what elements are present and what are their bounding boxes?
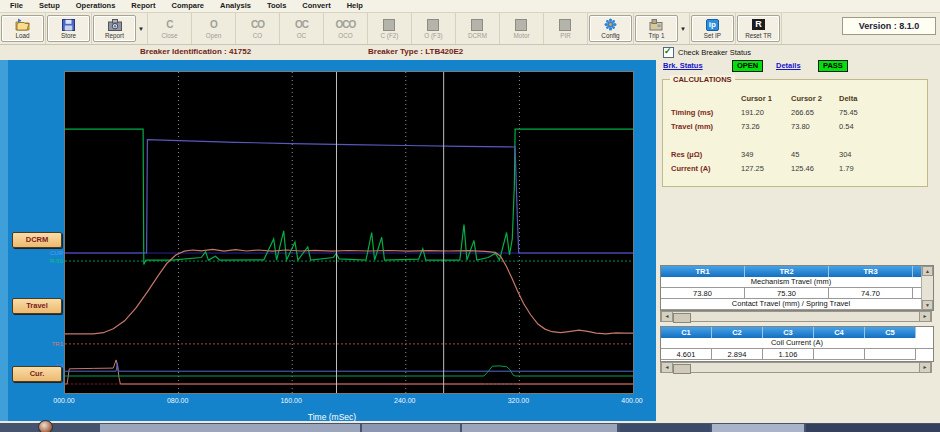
check-breaker-status-row: ✓ Check Breaker Status — [663, 47, 751, 58]
calc-value: 127.25 — [741, 162, 791, 176]
menu-item-report[interactable]: Report — [123, 0, 163, 12]
taskbar-window-button[interactable] — [462, 424, 617, 432]
toolbar: LoadStoreReport▼CCloseOOpenCOCOOCOCOCOOC… — [0, 13, 940, 45]
toolbar-button-pir: PIR — [545, 16, 586, 41]
calc-column-delta: Delta — [839, 92, 899, 106]
toolbar-button-label: Store — [61, 32, 76, 39]
toolbar-cell-pir: PIR — [544, 13, 588, 44]
scroll-thumb[interactable] — [673, 313, 691, 323]
taskbar-window-button[interactable] — [806, 424, 940, 432]
travel-table: TR1TR2TR3TR4Mechanism Travel (mm)73.8075… — [660, 265, 934, 311]
calculations-grid: Cursor 1Cursor 2DeltaTiming (ms)191.2026… — [671, 92, 927, 176]
taskbar-window-button[interactable] — [362, 424, 460, 432]
start-orb-icon[interactable] — [38, 420, 53, 432]
travel-table-vscrollbar[interactable]: ▲ ▼ — [921, 266, 933, 310]
table-header-c5[interactable]: C5 — [865, 327, 916, 338]
gray-square-icon — [427, 18, 439, 31]
toolbar-cell-motor: Motor — [500, 13, 544, 44]
trace-dcrm-resistance — [65, 129, 633, 265]
letter-c-icon: C — [166, 18, 172, 31]
x-tick-label: 320.00 — [498, 397, 538, 404]
coil-table-hscrollbar[interactable]: ◄ ► — [660, 362, 932, 373]
menu-item-operations[interactable]: Operations — [68, 0, 124, 12]
toolbar-button-store[interactable]: Store — [47, 15, 90, 42]
travel-table-hscrollbar[interactable]: ◄ ► — [660, 311, 932, 322]
taskbar-window-button[interactable] — [100, 424, 360, 432]
toolbar-button-trip-1[interactable]: Trip 1 — [635, 15, 678, 42]
toolbar-button-report[interactable]: Report — [93, 15, 136, 42]
table-cell: 75.30 — [745, 288, 829, 299]
table-header-c2[interactable]: C2 — [712, 327, 763, 338]
table-header-row: TR1TR2TR3TR4 — [661, 266, 921, 277]
menu-item-compare[interactable]: Compare — [164, 0, 213, 12]
trip-device-icon — [649, 18, 663, 31]
toolbar-button-load[interactable]: Load — [1, 15, 44, 42]
letters-oco-icon: OCO — [336, 18, 356, 31]
calc-corner — [671, 92, 741, 106]
check-breaker-status-checkbox[interactable]: ✓ — [663, 47, 674, 58]
table-cell: 74.70 — [829, 288, 913, 299]
table-section-row: Coil Current (A) — [661, 338, 933, 349]
toolbar-button-config[interactable]: Config — [589, 15, 632, 42]
table-header-tr3[interactable]: TR3 — [829, 266, 913, 277]
menu-item-setup[interactable]: Setup — [31, 0, 68, 12]
gray-square-icon — [383, 18, 395, 31]
table-data-row[interactable]: 73.8075.3074.70 — [661, 288, 921, 299]
calc-value: 73.26 — [741, 120, 791, 134]
toolbar-button-close: CClose — [149, 16, 190, 41]
calc-spacer — [671, 134, 899, 148]
table-header-c4[interactable]: C4 — [814, 327, 865, 338]
brk-status-badge: OPEN — [732, 60, 763, 72]
table-cell — [814, 349, 865, 360]
scroll-left-icon[interactable]: ◄ — [661, 312, 673, 321]
details-link[interactable]: Details — [776, 61, 801, 70]
letters-co-icon: CO — [251, 18, 264, 31]
toolbar-button-co: COCO — [237, 16, 278, 41]
taskbar-window-button[interactable] — [620, 424, 710, 432]
table-header-c3[interactable]: C3 — [763, 327, 814, 338]
toolbar-button-label: DCRM — [468, 32, 487, 39]
calc-row-label-timing-ms: Timing (ms) — [671, 106, 741, 120]
menu-item-tools[interactable]: Tools — [259, 0, 294, 12]
toolbar-button-label: Reset TR — [745, 32, 771, 39]
table-header-tr1[interactable]: TR1 — [661, 266, 745, 277]
dcrm-button[interactable]: DCRM — [12, 232, 62, 248]
travel-button[interactable]: Travel — [12, 298, 62, 314]
menu-item-analysis[interactable]: Analysis — [212, 0, 259, 12]
toolbar-dropdown-trip-1-icon[interactable]: ▼ — [678, 26, 688, 32]
taskbar-window-button[interactable] — [712, 424, 804, 432]
toolbar-button-reset-tr[interactable]: RReset TR — [737, 15, 780, 42]
scroll-thumb[interactable] — [673, 364, 691, 374]
current-button[interactable]: Cur. — [12, 366, 62, 382]
calc-value: 45 — [791, 148, 839, 162]
scroll-right-icon[interactable]: ► — [919, 312, 931, 321]
table-data-row[interactable]: 4.6012.8941.106 — [661, 349, 933, 360]
menu-item-convert[interactable]: Convert — [294, 0, 338, 12]
r-badge-icon: R — [752, 18, 765, 31]
trace-coil-current-3 — [65, 363, 633, 371]
table-header-tr2[interactable]: TR2 — [745, 266, 829, 277]
toolbar-button-label: OCO — [338, 32, 352, 39]
scroll-left-icon[interactable]: ◄ — [661, 363, 673, 372]
toolbar-cell-config: Config — [588, 13, 634, 44]
toolbar-cell-trip-1: Trip 1▼ — [634, 13, 690, 44]
table-header-tr4[interactable]: TR4 — [913, 266, 921, 277]
table-header-c1[interactable]: C1 — [661, 327, 712, 338]
scroll-down-icon[interactable]: ▼ — [922, 300, 933, 310]
toolbar-cell-set-ip: ipSet IP — [690, 13, 736, 44]
toolbar-dropdown-report-icon[interactable]: ▼ — [136, 26, 146, 32]
table-cell: 1.106 — [763, 349, 814, 360]
waveform-plot[interactable]: CURR-50TR1C3C2C1 — [64, 71, 634, 394]
calc-column-cursor-2: Cursor 2 — [791, 92, 839, 106]
version-label: Version : 8.1.0 — [842, 17, 936, 35]
gray-square-icon — [559, 18, 571, 31]
scroll-up-icon[interactable]: ▲ — [922, 266, 933, 276]
menu-item-help[interactable]: Help — [339, 0, 371, 12]
calc-value: 191.20 — [741, 106, 791, 120]
toolbar-button-label: Close — [161, 32, 177, 39]
scroll-right-icon[interactable]: ► — [919, 363, 931, 372]
toolbar-cell-o-f3: O (F3) — [412, 13, 456, 44]
menu-item-file[interactable]: File — [2, 0, 31, 12]
brk-status-link[interactable]: Brk. Status — [663, 61, 703, 70]
toolbar-button-set-ip[interactable]: ipSet IP — [691, 15, 734, 42]
